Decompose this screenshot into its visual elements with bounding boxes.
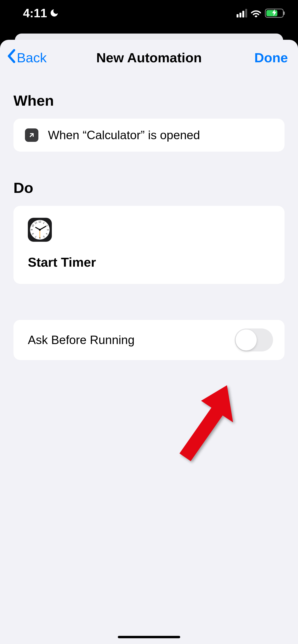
back-button[interactable]: Back — [7, 49, 47, 66]
status-bar: 4:11 — [0, 0, 298, 26]
status-right — [237, 8, 284, 18]
svg-marker-0 — [180, 385, 233, 461]
annotation-arrow-icon — [154, 376, 240, 464]
cellular-signal-icon — [237, 9, 247, 18]
done-button[interactable]: Done — [254, 50, 288, 66]
ask-before-running-toggle[interactable] — [235, 328, 273, 352]
status-time: 4:11 — [23, 6, 47, 20]
modal-sheet: Back New Automation Done When When “Calc… — [0, 40, 298, 644]
when-section-header: When — [14, 92, 284, 109]
when-condition-text: When “Calculator” is opened — [48, 128, 200, 142]
page-title: New Automation — [96, 50, 202, 66]
battery-icon — [265, 8, 284, 18]
do-action-label: Start Timer — [28, 255, 270, 270]
do-action-card[interactable]: 12 1 2 3 4 5 6 7 8 9 10 11 — [14, 206, 284, 284]
when-condition-row[interactable]: When “Calculator” is opened — [14, 118, 284, 152]
ask-before-running-row: Ask Before Running — [14, 320, 284, 360]
do-section-header: Do — [14, 179, 284, 196]
navigation-bar: Back New Automation Done — [0, 40, 298, 75]
do-not-disturb-icon — [49, 7, 59, 20]
back-label: Back — [17, 50, 47, 66]
ask-before-running-label: Ask Before Running — [28, 333, 135, 347]
status-left: 4:11 — [23, 6, 59, 20]
open-app-icon — [25, 128, 38, 142]
chevron-left-icon — [7, 49, 16, 66]
content: When When “Calculator” is opened Do 12 1… — [0, 92, 298, 360]
wifi-icon — [250, 9, 261, 18]
home-indicator[interactable] — [118, 636, 180, 638]
clock-app-icon: 12 1 2 3 4 5 6 7 8 9 10 11 — [28, 218, 52, 242]
toggle-knob — [236, 330, 257, 350]
